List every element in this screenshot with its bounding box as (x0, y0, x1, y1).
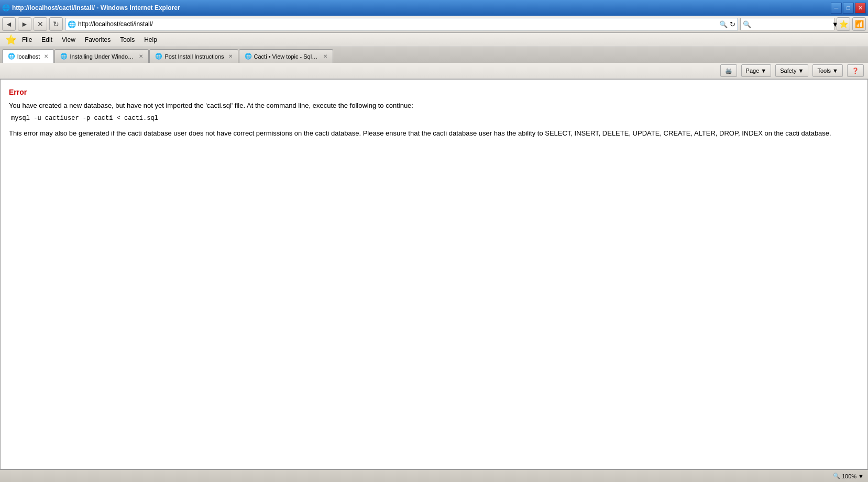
browser-icon: 🌐 (2, 4, 10, 12)
menu-favorites[interactable]: Favorites (81, 35, 115, 45)
forward-button[interactable]: ► (18, 17, 31, 31)
tab-installing[interactable]: 🌐 Installing Under Windows ✕ (54, 49, 149, 63)
titlebar-title: 🌐 http://localhost/cacti/install/ - Wind… (2, 4, 180, 12)
tab-favicon-localhost: 🌐 (8, 53, 15, 60)
tab-label-cacti: Cacti • View topic - Sql err... (254, 53, 319, 60)
minimize-button[interactable]: ─ (831, 3, 842, 14)
address-input[interactable] (78, 20, 717, 28)
zoom-level: 100% (842, 473, 856, 479)
tab-close-cacti[interactable]: ✕ (323, 53, 327, 59)
tab-cacti-topic[interactable]: 🌐 Cacti • View topic - Sql err... ✕ (239, 49, 333, 63)
search-bar[interactable]: 🔍 ▼ (740, 18, 834, 30)
tab-post-install[interactable]: 🌐 Post Install Instructions ✕ (149, 49, 238, 63)
error-code: mysql -u cactiuser -p cacti < cacti.sql (11, 115, 859, 122)
tab-label-installing: Installing Under Windows (70, 53, 135, 60)
search-bar-icon: 🔍 (743, 20, 751, 28)
help-label: ❓ (852, 68, 859, 74)
search-icon: 🔍 (719, 20, 728, 28)
restore-button[interactable]: □ (843, 3, 854, 14)
tab-close-installing[interactable]: ✕ (139, 53, 143, 59)
refresh-button[interactable]: ↻ (49, 17, 63, 31)
menu-view[interactable]: View (58, 35, 80, 45)
commandbar: 🖨️ Page ▼ Safety ▼ Tools ▼ ❓ (0, 63, 868, 79)
zoom-control[interactable]: 🔍 100% ▼ (833, 473, 864, 479)
search-input[interactable] (752, 20, 831, 28)
print-button[interactable]: 🖨️ (720, 64, 737, 77)
zoom-dropdown-icon[interactable]: ▼ (858, 473, 864, 479)
tab-close-post-install[interactable]: ✕ (228, 53, 233, 59)
titlebar: 🌐 http://localhost/cacti/install/ - Wind… (0, 0, 868, 16)
menu-edit[interactable]: Edit (37, 35, 57, 45)
page-label: Page ▼ (746, 68, 767, 74)
statusbar: 🔍 100% ▼ (0, 469, 868, 482)
menu-file[interactable]: File (18, 35, 36, 45)
menu-tools[interactable]: Tools (116, 35, 139, 45)
stop-button[interactable]: ✕ (34, 17, 47, 31)
tab-localhost[interactable]: 🌐 localhost ✕ (2, 49, 54, 63)
rss-button[interactable]: 📶 (852, 17, 866, 31)
page-button[interactable]: Page ▼ (741, 64, 772, 77)
tab-favicon-installing: 🌐 (60, 53, 68, 60)
error-heading: Error (9, 88, 859, 96)
safety-label: Safety ▼ (780, 68, 804, 74)
tab-close-localhost[interactable]: ✕ (44, 53, 48, 59)
tab-favicon-cacti: 🌐 (245, 53, 252, 60)
tab-label-localhost: localhost (17, 53, 40, 60)
back-button[interactable]: ◄ (2, 17, 16, 31)
tools-label: Tools ▼ (817, 68, 838, 74)
favorites-icon: ⭐ (5, 34, 17, 46)
refresh-small-icon: ↻ (730, 20, 735, 28)
menubar: ⭐ File Edit View Favorites Tools Help (0, 33, 868, 47)
menu-help[interactable]: Help (140, 35, 161, 45)
tabs-bar: 🌐 localhost ✕ 🌐 Installing Under Windows… (0, 47, 868, 63)
tab-favicon-post-install: 🌐 (155, 53, 162, 60)
error-text: You have created a new database, but hav… (9, 102, 859, 109)
help-button[interactable]: ❓ (847, 64, 864, 77)
browser-window: 🌐 http://localhost/cacti/install/ - Wind… (0, 0, 868, 482)
address-bar[interactable]: 🌐 🔍 ↻ (65, 18, 738, 30)
address-favicon: 🌐 (68, 20, 76, 28)
navbar: ◄ ► ✕ ↻ 🌐 🔍 ↻ 🔍 ▼ ⭐ 📶 (0, 16, 868, 33)
content-area: Error You have created a new database, b… (0, 79, 868, 469)
safety-button[interactable]: Safety ▼ (775, 64, 808, 77)
favorites-star-button[interactable]: ⭐ (837, 17, 850, 31)
close-button[interactable]: ✕ (855, 3, 866, 14)
tab-label-post-install: Post Install Instructions (164, 53, 224, 60)
tools-button[interactable]: Tools ▼ (812, 64, 843, 77)
zoom-icon: 🔍 (833, 473, 840, 479)
titlebar-controls[interactable]: ─ □ ✕ (831, 3, 866, 14)
error-detail: This error may also be generated if the … (9, 128, 859, 139)
